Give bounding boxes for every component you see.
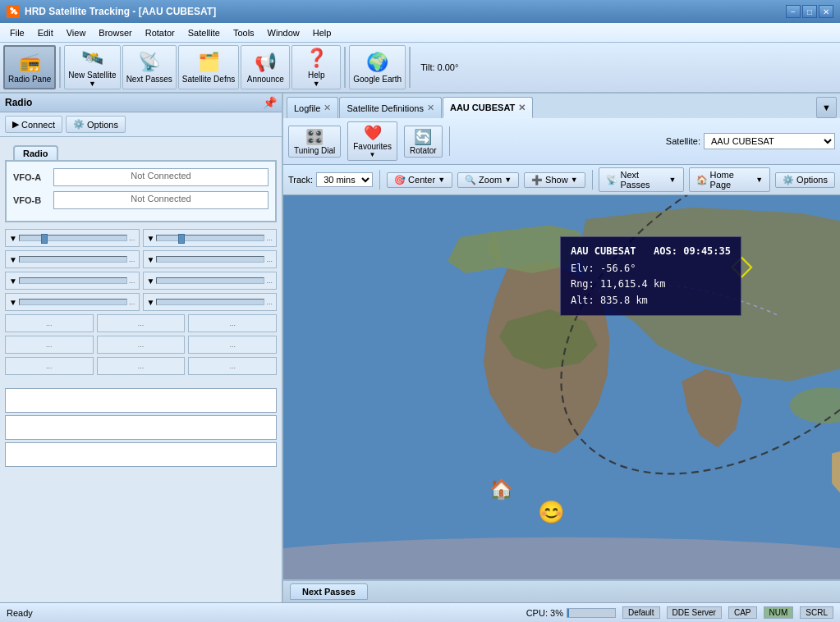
track-select-area: Track: 30 mins — [288, 172, 373, 187]
maximize-button[interactable]: □ — [802, 5, 817, 18]
radio-pane-icon: 📻 — [19, 52, 41, 73]
slider-1[interactable]: ▼ ... — [5, 229, 140, 247]
cell-1[interactable]: ... — [5, 314, 94, 332]
slider-8[interactable]: ▼ ... — [143, 293, 278, 311]
slider-4[interactable]: ▼ ... — [143, 250, 278, 268]
announce-icon: 📢 — [255, 52, 277, 73]
rotator-button[interactable]: 🔄 Rotator — [404, 126, 443, 158]
tab-logfile-close[interactable]: ✕ — [324, 103, 331, 113]
menu-satellite[interactable]: Satellite — [181, 26, 227, 39]
show-button[interactable]: ➕ Show ▼ — [524, 172, 585, 188]
main-area: Radio 📌 ▶ Connect ⚙️ Options Radio VFO-A… — [0, 94, 840, 602]
satellite-defns-button[interactable]: 🗂️ Satellite Defns — [178, 45, 239, 89]
cell-7[interactable]: ... — [5, 357, 94, 375]
menu-view[interactable]: View — [60, 26, 93, 39]
cpu-fill — [567, 609, 569, 617]
slider-5[interactable]: ▼ ... — [5, 272, 140, 290]
bottom-box-1 — [5, 388, 277, 413]
tab-aau-cubesat[interactable]: AAU CUBESAT ✕ — [443, 97, 533, 118]
next-passes-toolbar-button[interactable]: 📡 Next Passes — [122, 45, 177, 89]
connect-button[interactable]: ▶ Connect — [5, 116, 62, 133]
sliders-area: ▼ ... ▼ ... ▼ ... ▼ — [0, 226, 282, 382]
tab-logfile[interactable]: Logfile ✕ — [287, 97, 338, 118]
slider-7[interactable]: ▼ ... — [5, 293, 140, 311]
map-area[interactable]: 🏠 😊 AAU CUBESAT AOS: 09:45:35 Elv: -56.6… — [283, 195, 840, 579]
svg-point-1 — [283, 537, 840, 579]
announce-button[interactable]: 📢 Announce — [241, 45, 290, 89]
cell-8[interactable]: ... — [97, 357, 186, 375]
google-earth-icon: 🌍 — [366, 52, 388, 73]
center-icon: 🎯 — [394, 175, 406, 185]
center-button[interactable]: 🎯 Center ▼ — [387, 172, 452, 188]
cell-6[interactable]: ... — [188, 336, 277, 354]
minimize-button[interactable]: − — [786, 5, 801, 18]
vfo-a-value[interactable]: Not Connected — [53, 168, 269, 186]
options-button[interactable]: ⚙️ Options — [66, 116, 126, 133]
dde-badge: DDE Server — [667, 606, 722, 619]
menu-help[interactable]: Help — [306, 26, 338, 39]
radio-tab[interactable]: Radio — [13, 145, 58, 160]
zoom-button[interactable]: 🔍 Zoom ▼ — [457, 172, 519, 188]
radio-pane-button[interactable]: 📻 Radio Pane — [3, 45, 56, 89]
title-text: HRD Satellite Tracking - [AAU CUBESAT] — [25, 6, 216, 17]
new-satellite-icon: 🛰️ — [81, 48, 103, 69]
menu-rotator[interactable]: Rotator — [139, 26, 181, 39]
toolbar-separator-3 — [409, 47, 411, 88]
tab-more-button[interactable]: ▼ — [816, 97, 837, 118]
help-button[interactable]: ❓ Help ▼ — [291, 45, 341, 89]
menu-file[interactable]: File — [3, 26, 31, 39]
cell-4[interactable]: ... — [5, 336, 94, 354]
profile-badge: Default — [622, 606, 660, 619]
slider-2-arrow: ▼ — [147, 234, 155, 243]
app-icon: 🛰 — [7, 5, 20, 18]
tab-aau-close[interactable]: ✕ — [518, 103, 526, 113]
track-sep-2 — [592, 170, 593, 190]
pin-icon[interactable]: 📌 — [263, 96, 277, 109]
next-passes-tab-button[interactable]: Next Passes — [290, 583, 368, 600]
satellite-select-area: Satellite: AAU CUBESAT — [666, 133, 835, 149]
satellite-info-popup: AAU CUBESAT AOS: 09:45:35 Elv: -56.6° Rn… — [560, 236, 741, 316]
options-icon: ⚙️ — [73, 119, 85, 130]
close-button[interactable]: ✕ — [819, 5, 833, 18]
toolbar-separator-1 — [59, 47, 61, 88]
vfo-b-row: VFO-B Not Connected — [13, 191, 269, 209]
tilt-value: 0.00° — [438, 62, 459, 72]
cpu-progress-bar — [567, 608, 616, 618]
cell-9[interactable]: ... — [188, 357, 277, 375]
google-earth-button[interactable]: 🌍 Google Earth — [349, 45, 406, 89]
track-dropdown[interactable]: 30 mins — [316, 172, 373, 187]
track-toolbar: Track: 30 mins 🎯 Center ▼ 🔍 Zoom ▼ ➕ Sho… — [283, 165, 840, 195]
slider-2[interactable]: ▼ ... — [143, 229, 278, 247]
toolbar-separator-2 — [344, 47, 346, 88]
new-satellite-button[interactable]: 🛰️ New Satellite ▼ — [64, 45, 120, 89]
tuning-dial-button[interactable]: 🎛️ Tuning Dial — [288, 126, 341, 158]
slider-6[interactable]: ▼ ... — [143, 272, 278, 290]
cell-2[interactable]: ... — [97, 314, 186, 332]
left-panel: Radio 📌 ▶ Connect ⚙️ Options Radio VFO-A… — [0, 94, 283, 602]
satellite-select-dropdown[interactable]: AAU CUBESAT — [704, 133, 835, 149]
favourites-button[interactable]: ❤️ Favourites ▼ — [347, 121, 397, 161]
next-passes-button[interactable]: 📡 Next Passes ▼ — [599, 167, 683, 192]
tab-satellite-definitions[interactable]: Satellite Definitions ✕ — [339, 97, 442, 118]
slider-3[interactable]: ▼ ... — [5, 250, 140, 268]
next-passes-track-icon: 📡 — [606, 175, 617, 185]
connect-icon: ▶ — [12, 119, 19, 130]
cell-3[interactable]: ... — [188, 314, 277, 332]
options-track-button[interactable]: ⚙️ Options — [775, 172, 835, 188]
right-panel: Logfile ✕ Satellite Definitions ✕ AAU CU… — [283, 94, 840, 602]
vfo-a-row: VFO-A Not Connected — [13, 168, 269, 186]
zoom-icon: 🔍 — [465, 175, 476, 185]
menu-browser[interactable]: Browser — [92, 26, 138, 39]
cell-5[interactable]: ... — [97, 336, 186, 354]
num-badge: NUM — [764, 606, 794, 619]
vfo-b-value[interactable]: Not Connected — [53, 191, 269, 209]
menu-edit[interactable]: Edit — [31, 26, 60, 39]
home-page-button[interactable]: 🏠 Home Page ▼ — [689, 167, 771, 192]
home-station-icon: 🏠 — [489, 478, 514, 501]
tab-sat-def-close[interactable]: ✕ — [427, 103, 434, 113]
slider-row-3: ▼ ... ▼ ... — [5, 272, 277, 290]
show-icon: ➕ — [531, 175, 543, 185]
scrl-badge: SCRL — [800, 606, 833, 619]
menu-window[interactable]: Window — [261, 26, 306, 39]
menu-tools[interactable]: Tools — [227, 26, 261, 39]
